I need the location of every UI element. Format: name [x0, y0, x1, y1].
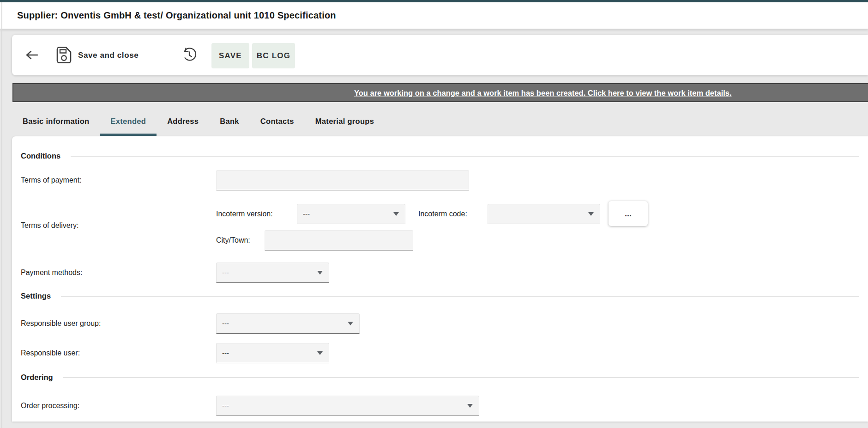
section-title: Ordering: [21, 373, 53, 382]
incoterm-version-label: Incoterm version:: [216, 204, 273, 224]
chevron-down-icon: [317, 351, 323, 355]
toolbar: Save and close SAVE BC LOG: [12, 35, 868, 75]
responsible-user-group-value: ---: [222, 319, 229, 327]
payment-methods-select[interactable]: ---: [216, 263, 329, 283]
city-town-input[interactable]: [265, 230, 413, 251]
section-header-conditions: Conditions: [21, 152, 859, 160]
tab-contacts[interactable]: Contacts: [250, 103, 305, 136]
save-and-close-button[interactable]: Save and close: [56, 47, 139, 64]
section-title: Settings: [21, 292, 51, 300]
history-clock-icon: [181, 47, 197, 63]
section-divider: [63, 377, 859, 378]
chevron-down-icon: [348, 322, 353, 325]
floppy-disk-icon: [56, 47, 72, 64]
section-divider: [71, 156, 859, 157]
city-town-label: City/Town:: [216, 230, 250, 251]
extended-tab-panel: Conditions Terms of payment: Terms of de…: [12, 136, 868, 422]
back-button[interactable]: [25, 49, 39, 61]
chevron-down-icon: [467, 404, 473, 408]
left-edge-divider: [1, 2, 2, 428]
responsible-user-label: Responsible user:: [21, 343, 80, 363]
chevron-down-icon: [317, 271, 323, 275]
section-header-settings: Settings: [21, 292, 859, 300]
responsible-user-group-label: Responsible user group:: [21, 313, 101, 334]
save-button[interactable]: SAVE: [211, 43, 249, 68]
work-item-details-link[interactable]: You are working on a change and a work i…: [354, 88, 732, 97]
incoterm-version-value: ---: [303, 210, 310, 218]
tab-bank[interactable]: Bank: [209, 103, 250, 136]
terms-of-delivery-label: Terms of delivery:: [21, 215, 78, 236]
incoterm-code-label: Incoterm code:: [418, 204, 467, 224]
bc-log-button[interactable]: BC LOG: [252, 43, 295, 68]
save-and-close-label: Save and close: [78, 50, 139, 60]
section-header-ordering: Ordering: [21, 373, 859, 382]
page-title: Supplier: Onventis GmbH & test/ Organiza…: [17, 10, 336, 21]
arrow-left-icon: [25, 49, 39, 61]
section-title: Conditions: [21, 152, 60, 160]
payment-methods-label: Payment methods:: [21, 263, 82, 283]
order-processing-label: Order processing:: [21, 396, 79, 416]
tab-address[interactable]: Address: [157, 103, 209, 136]
responsible-user-group-select[interactable]: ---: [216, 313, 360, 334]
work-item-notification-bar: You are working on a change and a work i…: [12, 83, 868, 102]
history-button[interactable]: [181, 47, 197, 63]
order-processing-value: ---: [222, 402, 229, 410]
payment-methods-value: ---: [222, 269, 229, 276]
chevron-down-icon: [588, 212, 594, 216]
responsible-user-value: ---: [222, 349, 229, 357]
incoterm-version-select[interactable]: ---: [297, 204, 405, 224]
responsible-user-select[interactable]: ---: [216, 343, 329, 363]
terms-of-payment-label: Terms of payment:: [21, 170, 82, 190]
chevron-down-icon: [393, 212, 399, 216]
order-processing-select[interactable]: ---: [216, 396, 479, 416]
tab-basic-information[interactable]: Basic information: [12, 103, 100, 136]
incoterm-code-select[interactable]: [488, 204, 600, 224]
incoterm-more-button[interactable]: ...: [609, 201, 648, 226]
terms-of-payment-input[interactable]: [216, 170, 469, 190]
tab-extended[interactable]: Extended: [100, 103, 157, 136]
title-bar: Supplier: Onventis GmbH & test/ Organiza…: [0, 2, 868, 29]
tab-material-groups[interactable]: Material groups: [305, 103, 385, 136]
tab-bar: Basic information Extended Address Bank …: [12, 103, 868, 136]
section-divider: [61, 296, 859, 297]
